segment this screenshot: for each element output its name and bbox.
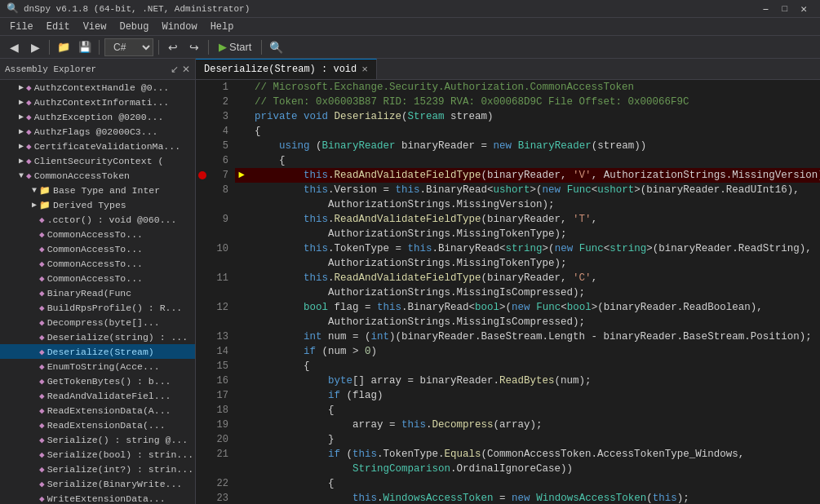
line-code: AuthorizationStrings.MissingTokenType); — [248, 256, 820, 271]
tree-expand: ▶ — [16, 112, 26, 122]
menu-edit[interactable]: Edit — [40, 20, 77, 34]
maximize-btn[interactable]: □ — [776, 4, 795, 14]
tree-item-label: Deserialize(string) : ... — [47, 332, 188, 343]
tab-close-button[interactable]: × — [361, 64, 368, 76]
line-arrow — [235, 153, 248, 168]
menu-help[interactable]: Help — [204, 20, 241, 34]
tree-item[interactable]: ◆BuildRpsProfile() : R... — [0, 300, 195, 315]
tree-item-icon: ◆ — [39, 244, 45, 254]
line-number: 9 — [211, 212, 235, 227]
tree-item[interactable]: ◆ReadExtensionData(... — [0, 418, 195, 432]
code-area[interactable]: 1// Microsoft.Exchange.Security.Authoriz… — [196, 80, 820, 504]
run-button[interactable]: ▶ Start — [214, 39, 256, 55]
menu-debug[interactable]: Debug — [113, 20, 155, 34]
line-gutter — [196, 95, 211, 109]
tree-item[interactable]: ◆Deserialize(Stream) — [0, 344, 195, 359]
line-code: this.TokenType = this.BinaryRead<string>… — [248, 241, 820, 256]
forward-button[interactable]: ▶ — [26, 38, 44, 56]
code-line: 4{ — [196, 124, 820, 139]
tree-item[interactable]: ◆ReadExtensionData(A... — [0, 403, 195, 418]
editor-tab-deserialize[interactable]: Deserialize(Stream) : void × — [196, 59, 377, 79]
tree-expand: ▶ — [16, 156, 26, 166]
back-button[interactable]: ◀ — [5, 38, 23, 56]
line-number: 6 — [211, 153, 235, 168]
line-number: 17 — [211, 388, 235, 403]
tree-item[interactable]: ▶◆AuthzContextHandle @0... — [0, 80, 195, 95]
line-code: { — [248, 403, 820, 418]
search-button[interactable]: 🔍 — [267, 38, 285, 56]
tree-container[interactable]: ▶◆AuthzContextHandle @0...▶◆AuthzContext… — [0, 80, 195, 504]
tree-item[interactable]: ▶◆CertificateValidationMa... — [0, 139, 195, 153]
code-line: 17 if (flag) — [196, 388, 820, 403]
tree-item[interactable]: ▼📁Base Type and Inter — [0, 183, 195, 197]
line-code: this.ReadAndValidateFieldType(binaryRead… — [248, 168, 820, 183]
tree-item[interactable]: ◆EnumToString(Acce... — [0, 359, 195, 374]
tree-item[interactable]: ◆.cctor() : void @060... — [0, 212, 195, 227]
tree-item[interactable]: ▶◆AuthzFlags @02000C3... — [0, 124, 195, 139]
tree-item-icon: ◆ — [39, 259, 45, 269]
tree-item-label: .cctor() : void @060... — [47, 214, 177, 225]
line-code: int num = (int)(binaryReader.BaseStream.… — [248, 329, 820, 344]
tree-item[interactable]: ◆Serialize() : string @... — [0, 432, 195, 447]
tree-item[interactable]: ▶📁Derived Types — [0, 197, 195, 212]
save-button[interactable]: 💾 — [76, 38, 94, 56]
tree-item[interactable]: ◆ReadAndValidateFiel... — [0, 388, 195, 403]
code-line: 12 bool flag = this.BinaryRead<bool>(new… — [196, 300, 820, 315]
tree-item-label: Serialize() : string @... — [47, 435, 188, 445]
tree-item[interactable]: ◆CommonAccessTo... — [0, 256, 195, 271]
line-number — [211, 256, 235, 271]
tree-item-label: Serialize(BinaryWrite... — [47, 479, 183, 489]
tree-item[interactable]: ◆Serialize(int?) : strin... — [0, 462, 195, 476]
menu-file[interactable]: File — [3, 20, 40, 34]
close-btn[interactable]: ✕ — [794, 2, 813, 15]
tree-item-label: GetTokenBytes() : b... — [47, 376, 171, 387]
tree-item[interactable]: ◆WriteExtensionData... — [0, 491, 195, 504]
tree-item[interactable]: ◆Serialize(bool) : strin... — [0, 447, 195, 462]
undo-button[interactable]: ↩ — [164, 38, 182, 56]
line-gutter — [196, 212, 211, 227]
tree-item-icon: ◆ — [39, 464, 45, 475]
line-number: 22 — [211, 476, 235, 491]
menu-view[interactable]: View — [77, 20, 113, 34]
toolbar: ◀ ▶ 📁 💾 C# ↩ ↪ ▶ Start 🔍 — [0, 36, 820, 59]
tree-item[interactable]: ▼◆CommonAccessToken — [0, 168, 195, 183]
tree-item[interactable]: ◆GetTokenBytes() : b... — [0, 374, 195, 388]
tree-item-icon: ◆ — [39, 376, 45, 387]
tree-item-icon: ◆ — [26, 141, 32, 152]
language-select[interactable]: C# — [104, 38, 153, 56]
tree-item-icon: ◆ — [39, 361, 45, 372]
minimize-btn[interactable]: – — [756, 2, 775, 15]
tree-item[interactable]: ▶◆AuthzException @0200... — [0, 109, 195, 124]
line-gutter — [196, 462, 211, 476]
tree-item[interactable]: ◆Deserialize(string) : ... — [0, 329, 195, 344]
explorer-pin-button[interactable]: ↙ — [171, 64, 179, 75]
line-arrow — [235, 476, 248, 491]
redo-button[interactable]: ↪ — [185, 38, 203, 56]
tree-item-icon: ◆ — [26, 112, 32, 122]
tree-item[interactable]: ◆CommonAccessTo... — [0, 271, 195, 285]
line-code: this.ReadAndValidateFieldType(binaryRead… — [248, 271, 820, 285]
line-gutter — [196, 476, 211, 491]
editor-tabs: Deserialize(Stream) : void × — [196, 59, 820, 80]
tree-expand: ▶ — [29, 200, 39, 210]
code-line: 5 using (BinaryReader binaryReader = new… — [196, 139, 820, 153]
tree-item[interactable]: ◆BinaryRead(Func — [0, 285, 195, 300]
tree-item[interactable]: ▶◆AuthzContextInformati... — [0, 95, 195, 109]
tree-item[interactable]: ◆CommonAccessTo... — [0, 241, 195, 256]
tree-item-label: Serialize(int?) : strin... — [47, 464, 193, 475]
tree-expand: ▶ — [16, 97, 26, 107]
line-code: { — [248, 359, 820, 374]
open-button[interactable]: 📁 — [55, 38, 73, 56]
tree-item[interactable]: ◆CommonAccessTo... — [0, 227, 195, 241]
line-number: 12 — [211, 300, 235, 315]
menu-window[interactable]: Window — [155, 20, 203, 34]
line-gutter — [196, 124, 211, 139]
tree-item-label: EnumToString(Acce... — [47, 361, 160, 372]
explorer-close-button[interactable]: ✕ — [182, 64, 190, 75]
tree-item[interactable]: ◆Serialize(BinaryWrite... — [0, 476, 195, 491]
line-gutter — [196, 491, 211, 504]
tree-item-icon: ◆ — [26, 82, 32, 93]
line-arrow — [235, 80, 248, 95]
tree-item[interactable]: ▶◆ClientSecurityContext ( — [0, 153, 195, 168]
tree-item[interactable]: ◆Decompress(byte[]... — [0, 315, 195, 329]
